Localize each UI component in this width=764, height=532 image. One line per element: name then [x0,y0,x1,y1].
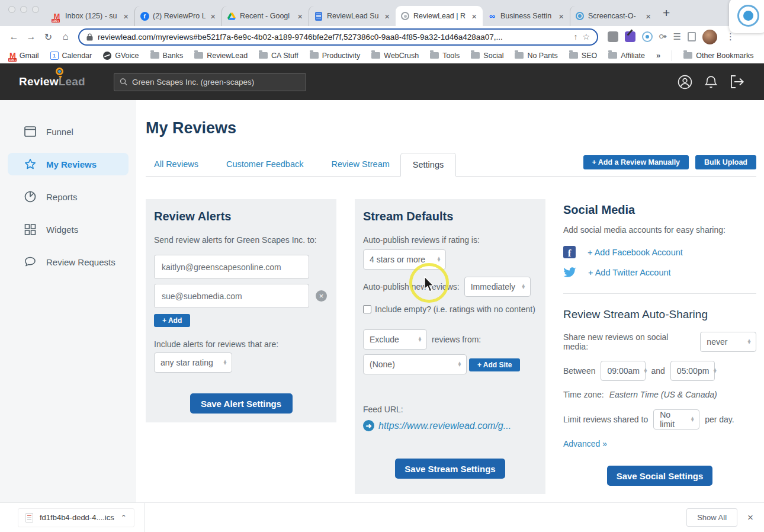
alert-email-input-1[interactable] [154,255,309,279]
extension-list-icon[interactable]: ☰ [673,31,681,42]
extension-sidebar-icon[interactable] [688,32,696,41]
address-bar[interactable]: reviewlead.com/myreviews#be521f7a-6e9c-4… [78,28,598,46]
other-bookmarks[interactable]: Other Bookmarks [683,52,753,60]
tab-all-reviews[interactable]: All Reviews [154,159,198,169]
tab-close-icon[interactable]: × [122,11,130,21]
browser-tab-facebook[interactable]: f (2) ReviewPro L × [134,6,222,26]
bookmark-folder-webcrush[interactable]: WebCrush [371,52,419,60]
bookmark-folder-productivity[interactable]: Productivity [310,52,361,60]
add-twitter-account-link[interactable]: + Add Twitter Account [588,268,671,277]
bookmark-folder-affiliate[interactable]: Affiliate [608,52,645,60]
save-stream-settings-button[interactable]: Save Stream Settings [395,459,505,479]
browser-tab-strip: M100+ Inbox (125) - su × f (2) ReviewPro… [0,0,764,26]
sidebar-item-funnel[interactable]: Funnel [8,120,129,143]
bookmarks-overflow-icon[interactable]: » [656,51,660,60]
folder-icon [310,52,319,59]
tab-close-icon[interactable]: × [644,11,652,21]
star-rating-select[interactable]: any star rating ▲▼ [154,352,232,373]
back-button[interactable]: ← [6,31,22,42]
bookmark-star-icon[interactable]: ☆ [582,32,590,41]
save-social-settings-button[interactable]: Save Social Settings [607,466,712,486]
tab-review-stream[interactable]: Review Stream [332,159,390,169]
search-input[interactable] [132,78,300,86]
window-zoom-button[interactable] [32,6,39,13]
window-close-button[interactable] [8,6,15,13]
bookmark-folder-social[interactable]: Social [471,52,503,60]
bookmark-folder-no-pants[interactable]: No Pants [515,52,557,60]
sidebar-item-reports[interactable]: Reports [8,185,129,208]
start-time-select[interactable]: 09:00am ▲▼ [601,361,646,381]
bookmark-folder-ca-stuff[interactable]: CA Stuff [259,52,298,60]
tab-settings-active[interactable]: Settings [400,153,456,177]
browser-tab-reviewlead-survey[interactable]: ReviewLead Su × [309,6,396,26]
bookmark-folder-banks[interactable]: Banks [150,52,184,60]
include-empty-checkbox[interactable] [363,305,371,313]
advanced-link[interactable]: Advanced » [563,439,607,448]
sidebar-item-review-requests[interactable]: Review Requests [8,251,129,273]
add-facebook-account-link[interactable]: + Add Facebook Account [588,248,683,257]
reviewlead-logo[interactable]: ReviewLead [19,75,85,88]
browser-tab-gmail[interactable]: M100+ Inbox (125) - su × [47,6,134,26]
new-tab-button[interactable]: + [657,6,677,26]
remove-email-icon[interactable]: × [316,290,327,302]
extensions-puzzle-icon[interactable]: ⚩ [659,31,667,42]
downloaded-file-chip[interactable]: fd1fb4b4-dedd-4....ics ⌃ [18,508,134,527]
header-action-buttons: + Add a Review Manually Bulk Upload [583,155,756,169]
add-email-button[interactable]: + Add [154,314,190,327]
include-exclude-select[interactable]: Exclude ▲▼ [363,329,427,350]
bookmark-folder-seo[interactable]: SEO [569,52,597,60]
rating-threshold-select[interactable]: 4 stars or more ▲▼ [363,249,446,270]
tab-close-icon[interactable]: × [383,11,391,21]
tab-close-icon[interactable]: × [296,11,304,21]
bookmark-folder-tools[interactable]: Tools [430,52,460,60]
home-button[interactable]: ⌂ [57,31,73,42]
tab-customer-feedback[interactable]: Customer Feedback [226,159,304,169]
extension-stack-icon[interactable] [608,31,618,42]
browser-tab-drive[interactable]: Recent - Googl × [222,6,309,26]
end-time-select[interactable]: 05:00pm ▲▼ [670,361,715,381]
sidebar-item-my-reviews[interactable]: My Reviews [8,153,129,175]
browser-tab-screencast[interactable]: Screencast-O- × [570,6,657,26]
feed-url-link[interactable]: https://www.reviewlead.com/g... [378,421,511,431]
extension-eyedropper-icon[interactable] [625,31,635,42]
close-download-bar-icon[interactable]: × [747,512,753,524]
header-actions [678,75,745,89]
tab-close-icon[interactable]: × [470,11,478,21]
social-media-description: Add social media accounts for easy shari… [563,225,756,235]
add-review-manually-button[interactable]: + Add a Review Manually [583,155,689,169]
between-label: Between [563,366,595,376]
daily-limit-select[interactable]: No limit ▲▼ [653,409,699,430]
window-minimize-button[interactable] [20,6,27,13]
alert-email-input-2[interactable] [154,284,309,308]
logout-icon[interactable] [730,75,745,89]
browser-tab-business-settings[interactable]: ∞ Business Settin × [483,6,570,26]
bookmark-gvoice[interactable]: GVoice [103,52,139,60]
sidebar-item-widgets[interactable]: Widgets [8,218,129,241]
include-exclude-value: Exclude [370,335,399,344]
browser-tab-reviewlead-active[interactable]: ReviewLead | R × [396,6,483,26]
account-search-box[interactable] [114,73,306,91]
notifications-bell-icon[interactable] [704,75,718,89]
tab-title: Inbox (125) - su [65,12,118,20]
save-alert-settings-button[interactable]: Save Alert Settings [190,393,293,414]
bookmark-folder-reviewlead[interactable]: ReviewLead [194,52,248,60]
bulk-upload-button[interactable]: Bulk Upload [695,155,756,169]
extensions-row: ⚩ ☰ ⋮ [608,30,737,44]
profile-avatar[interactable] [702,30,717,44]
file-options-chevron-icon[interactable]: ⌃ [121,514,127,522]
share-frequency-select[interactable]: never ▲▼ [700,332,756,352]
share-icon[interactable]: ↑ [573,32,577,41]
reload-button[interactable]: ↻ [40,31,56,43]
publish-timing-select[interactable]: Immediately ▲▼ [464,277,531,297]
extension-screencast-icon[interactable] [642,31,653,42]
forward-button[interactable]: → [23,31,39,42]
bookmark-calendar[interactable]: 1Calendar [50,52,92,60]
bookmark-gmail[interactable]: M100+Gmail [9,51,39,60]
show-all-downloads-button[interactable]: Show All [686,508,737,527]
main-content: My Reviews All Reviews Customer Feedback… [136,100,764,503]
account-icon[interactable] [678,75,692,89]
tab-close-icon[interactable]: × [209,11,217,21]
tab-close-icon[interactable]: × [557,11,565,21]
add-site-button[interactable]: + Add Site [469,358,521,371]
site-select[interactable]: (None) ▲▼ [363,354,467,374]
